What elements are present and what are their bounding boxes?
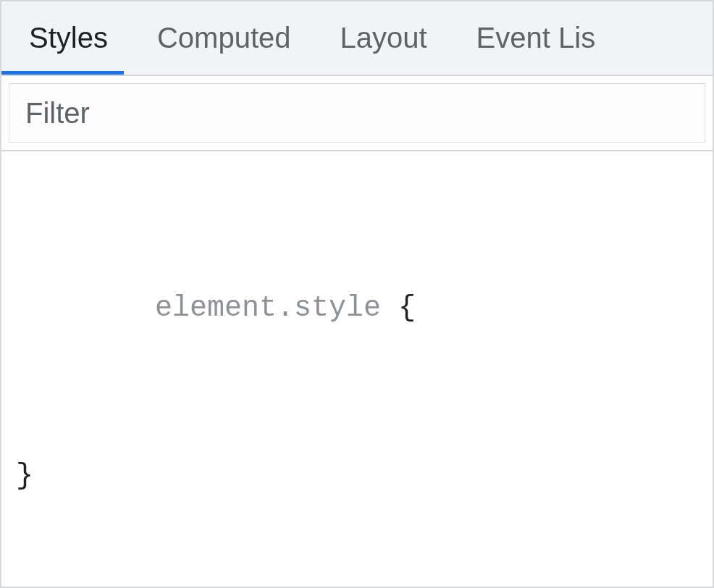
rules-list: element.style { } @media (prefers-color-… (1, 151, 713, 587)
tab-event-listeners[interactable]: Event Lis (452, 1, 621, 75)
filter-row (1, 76, 713, 151)
filter-input[interactable] (9, 83, 705, 143)
styles-panel: Styles Computed Layout Event Lis element… (0, 0, 714, 588)
tab-bar: Styles Computed Layout Event Lis (1, 1, 713, 76)
selector-element-style: element.style (155, 292, 381, 324)
brace-close: } (16, 455, 698, 497)
tab-computed[interactable]: Computed (133, 1, 316, 75)
tab-layout[interactable]: Layout (316, 1, 452, 75)
tab-styles[interactable]: Styles (1, 1, 133, 75)
rule-element-style[interactable]: element.style { } (1, 151, 713, 587)
brace-open: { (381, 292, 416, 324)
